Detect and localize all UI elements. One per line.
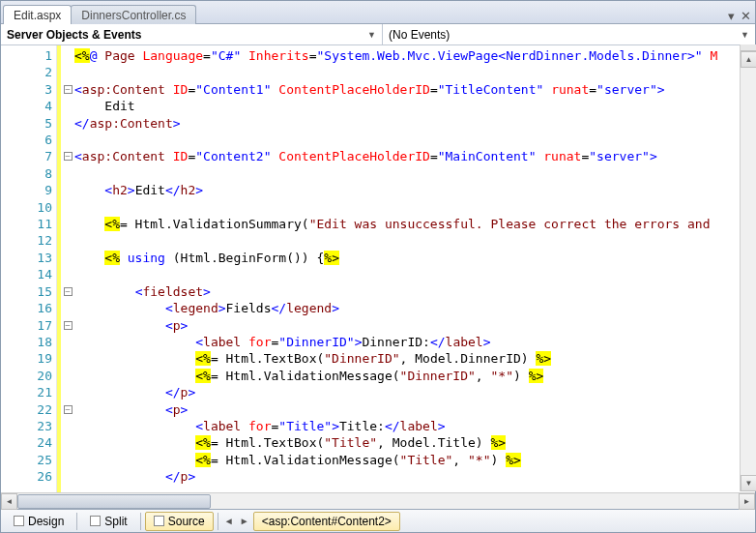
scroll-right-button[interactable]: ►	[739, 493, 755, 510]
separator	[218, 513, 218, 530]
line-number-gutter: 1234567891011121314151617181920212223242…	[1, 45, 57, 492]
design-icon	[14, 516, 24, 526]
tab-bar: Edit.aspx DinnersController.cs ▾ ✕	[1, 1, 755, 24]
horizontal-scrollbar[interactable]: ◄ ►	[1, 492, 755, 509]
scroll-left-button[interactable]: ◄	[1, 493, 17, 510]
code-editor[interactable]: 1234567891011121314151617181920212223242…	[1, 45, 755, 492]
close-icon[interactable]: ✕	[741, 9, 751, 23]
separator	[76, 513, 77, 530]
scroll-up-button[interactable]: ▲	[741, 51, 756, 68]
tab-dinners-controller[interactable]: DinnersController.cs	[71, 5, 196, 24]
vertical-scrollbar[interactable]: ▲ ▼	[740, 44, 756, 491]
split-view-button[interactable]: Split	[81, 512, 135, 531]
separator	[140, 513, 141, 530]
breadcrumb-next[interactable]: ►	[238, 513, 251, 530]
design-view-button[interactable]: Design	[5, 512, 73, 531]
code-area[interactable]: <%@ Page Language="C#" Inherits="System.…	[74, 45, 755, 492]
source-icon	[154, 516, 164, 526]
server-objects-label: Server Objects & Events	[7, 28, 141, 42]
view-switcher-bar: Design Split Source ◄ ► <asp:Content#Con…	[1, 509, 755, 532]
chevron-down-icon: ▼	[741, 30, 749, 40]
events-label: (No Events)	[389, 28, 450, 42]
scroll-down-button[interactable]: ▼	[741, 475, 756, 491]
split-icon	[90, 516, 101, 526]
breadcrumb-path[interactable]: <asp:Content#Content2>	[253, 512, 400, 531]
chevron-down-icon: ▼	[367, 30, 376, 40]
window-position-icon[interactable]: ▾	[728, 9, 735, 23]
scroll-thumb[interactable]	[17, 494, 211, 509]
tab-edit-aspx[interactable]: Edit.aspx	[3, 5, 72, 24]
server-objects-dropdown[interactable]: Server Objects & Events ▼	[1, 24, 383, 44]
breadcrumb-prev[interactable]: ◄	[222, 513, 236, 530]
fold-column: − − − − −	[61, 45, 74, 492]
source-view-button[interactable]: Source	[145, 512, 214, 531]
events-dropdown[interactable]: (No Events) ▼	[383, 24, 755, 44]
splitter-handle[interactable]	[741, 44, 756, 51]
object-event-bar: Server Objects & Events ▼ (No Events) ▼	[1, 24, 755, 45]
